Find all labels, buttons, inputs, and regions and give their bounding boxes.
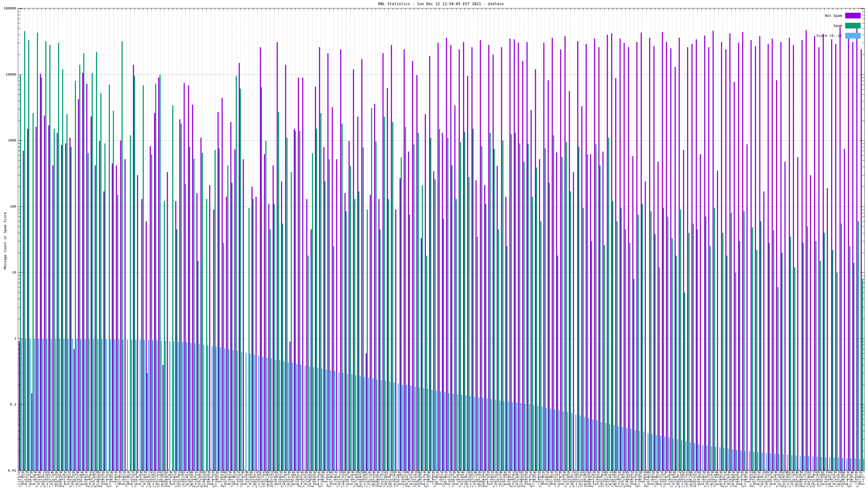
score-bar [846, 458, 847, 470]
score-bar [656, 435, 657, 471]
x-tick-top [350, 8, 351, 10]
minor-tick-right [862, 28, 865, 29]
score-bar [80, 339, 82, 470]
x-tick-bottom [24, 469, 25, 470]
x-tick-bottom [185, 469, 186, 470]
major-tick-right [860, 74, 865, 75]
x-tick-bottom [194, 469, 194, 470]
x-tick-top [325, 8, 325, 10]
notspam-bar [112, 163, 113, 470]
x-tick-bottom [367, 469, 368, 470]
score-bar [753, 452, 754, 470]
spam-bar [75, 81, 76, 470]
vertical-gridline [718, 8, 719, 470]
notspam-bar [200, 138, 202, 470]
score-bar [694, 443, 695, 470]
notspam-bar [713, 31, 714, 470]
x-tick-bottom [376, 469, 376, 470]
spam-bar [832, 250, 833, 470]
x-tick-top [359, 8, 359, 10]
notspam-bar [175, 201, 176, 470]
spam-bar [837, 272, 838, 470]
notspam-bar [598, 47, 599, 470]
spam-bar [608, 138, 609, 470]
notspam-bar [230, 122, 231, 470]
spam-bar [824, 233, 825, 470]
score-bar [821, 457, 822, 470]
notspam-bar [184, 83, 185, 470]
spam-bar [66, 114, 67, 470]
x-tick-top [718, 8, 719, 10]
score-bar [360, 376, 361, 470]
score-bar [787, 455, 788, 470]
x-tick-bottom [727, 469, 727, 470]
score-bar [855, 458, 856, 470]
minor-tick-right [862, 287, 865, 287]
score-bar [664, 436, 665, 470]
vertical-gridline [168, 8, 169, 470]
major-tick-left [18, 338, 23, 339]
score-bar [131, 340, 132, 470]
notspam-bar [378, 199, 379, 470]
notspam-bar [776, 80, 777, 470]
notspam-bar [433, 171, 434, 470]
score-bar [347, 373, 348, 470]
spam-bar [88, 153, 89, 470]
x-tick-top [88, 8, 88, 10]
x-tick-bottom [50, 469, 50, 470]
minor-tick-right [862, 408, 865, 408]
score-bar [85, 339, 86, 470]
legend-label-notspam: Not Spam [825, 13, 842, 18]
spam-bar [50, 45, 51, 470]
notspam-bar [823, 34, 824, 470]
score-bar [186, 342, 187, 470]
notspam-bar [780, 42, 781, 470]
notspam-bar [514, 39, 515, 470]
x-tick-top [227, 8, 228, 10]
spam-bar [460, 142, 461, 470]
minor-tick-left [18, 167, 20, 167]
vertical-gridline [799, 8, 799, 470]
vertical-gridline [126, 8, 126, 470]
x-tick-bottom [816, 469, 816, 470]
x-tick-top [134, 8, 135, 10]
x-tick-top [494, 8, 495, 10]
spam-bar [155, 84, 156, 470]
score-bar [106, 339, 107, 470]
x-tick-top [426, 8, 427, 10]
notspam-bar [827, 188, 828, 470]
score-bar [457, 394, 458, 470]
spam-bar [363, 148, 364, 470]
x-tick-top [71, 8, 71, 10]
spam-bar [316, 129, 317, 470]
x-tick-top [672, 8, 672, 10]
x-tick-bottom [748, 469, 748, 470]
x-tick-top [20, 8, 21, 10]
x-tick-bottom [67, 469, 67, 470]
minor-tick-left [18, 341, 20, 342]
x-tick-bottom [126, 469, 126, 470]
notspam-bar [488, 45, 489, 470]
x-tick-top [389, 8, 389, 10]
spam-bar [443, 219, 444, 470]
notspam-bar [535, 69, 536, 470]
x-tick-bottom [702, 469, 702, 470]
minor-tick-right [862, 209, 865, 210]
x-tick-bottom [575, 469, 575, 470]
x-tick-bottom [659, 469, 659, 470]
x-tick-top [354, 8, 355, 10]
x-tick-bottom [20, 469, 21, 470]
x-tick-bottom [562, 469, 562, 470]
x-tick-top [316, 8, 317, 10]
legend-swatch-spam [845, 23, 861, 29]
spam-bar [371, 108, 372, 470]
minor-tick-right [862, 345, 865, 345]
score-bar [173, 341, 175, 470]
spam-bar [320, 113, 321, 470]
x-tick-top [702, 8, 702, 10]
major-tick-right [860, 338, 865, 339]
x-tick-bottom [380, 469, 380, 470]
notspam-bar [797, 157, 798, 470]
spam-bar [96, 52, 97, 470]
spam-bar [388, 199, 389, 470]
